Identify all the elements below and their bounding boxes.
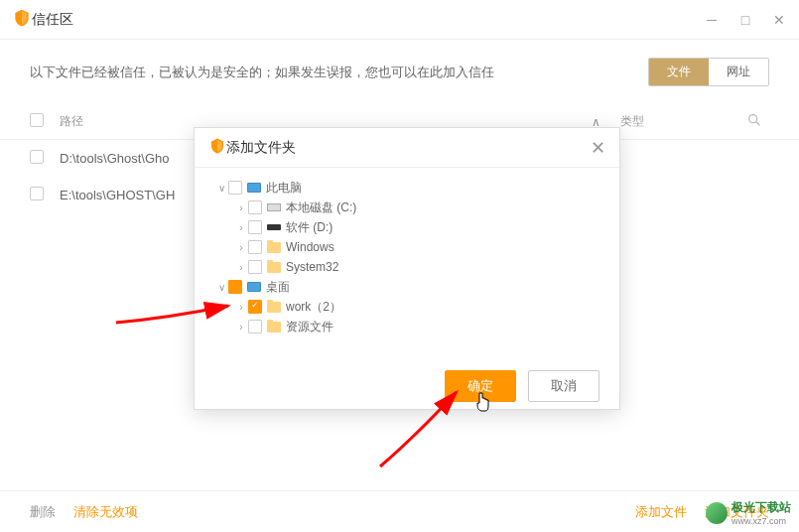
tree-node-system32[interactable]: › System32 <box>214 257 599 277</box>
tree-node-desktop[interactable]: ∨ 桌面 <box>214 277 599 297</box>
tree-label: 软件 (D:) <box>286 219 333 236</box>
tab-file[interactable]: 文件 <box>649 59 709 85</box>
expand-icon[interactable]: › <box>234 222 248 233</box>
tree-checkbox[interactable] <box>248 240 262 254</box>
select-all-checkbox[interactable] <box>30 113 60 130</box>
footer-left: 删除 清除无效项 <box>30 503 138 521</box>
expand-icon[interactable]: ∨ <box>214 282 228 293</box>
delete-button[interactable]: 删除 <box>30 503 56 521</box>
tree-checkbox[interactable] <box>248 260 262 274</box>
window-controls: ─ □ ✕ <box>704 12 787 28</box>
watermark-text: 极光下载站 www.xz7.com <box>732 499 791 526</box>
tree-checkbox[interactable] <box>248 220 262 234</box>
tree-node-resource[interactable]: › 资源文件 <box>214 317 599 336</box>
close-button[interactable]: ✕ <box>771 12 787 28</box>
svg-line-1 <box>756 122 759 125</box>
column-type[interactable]: 类型 <box>620 113 739 130</box>
tree-node-disk-d[interactable]: › 软件 (D:) <box>214 217 599 237</box>
tree-label: 本地磁盘 (C:) <box>286 200 356 216</box>
tree-checkbox[interactable] <box>248 320 262 333</box>
tree-checkbox[interactable] <box>248 300 262 314</box>
add-folder-dialog: 添加文件夹 ✕ ∨ 此电脑 › 本地磁盘 (C:) › 软件 (D:) <box>194 127 620 410</box>
disk-icon <box>266 220 282 234</box>
description-row: 以下文件已经被信任，已被认为是安全的；如果发生误报，您也可以在此加入信任 文件 … <box>0 40 799 104</box>
expand-icon[interactable]: › <box>234 302 248 313</box>
folder-icon <box>266 300 282 314</box>
maximize-button[interactable]: □ <box>737 12 753 28</box>
tree-checkbox[interactable] <box>228 181 242 195</box>
add-file-button[interactable]: 添加文件 <box>635 503 687 521</box>
dialog-body: ∨ 此电脑 › 本地磁盘 (C:) › 软件 (D:) › <box>195 168 619 361</box>
disk-icon <box>266 200 282 214</box>
tree-node-disk-c[interactable]: › 本地磁盘 (C:) <box>214 198 599 217</box>
tree-label: 资源文件 <box>286 319 333 335</box>
app-logo-icon <box>12 8 32 32</box>
tree-label: Windows <box>286 240 334 254</box>
dialog-close-button[interactable]: ✕ <box>591 137 605 159</box>
dialog-footer: 确定 取消 <box>195 361 619 411</box>
watermark: 极光下载站 www.xz7.com <box>706 499 791 526</box>
tree-label: 此电脑 <box>266 180 302 197</box>
folder-icon <box>266 260 282 274</box>
row-checkbox[interactable] <box>30 150 60 167</box>
watermark-url: www.xz7.com <box>732 516 791 526</box>
watermark-icon <box>706 502 728 524</box>
tree-node-work[interactable]: › work（2） <box>214 297 599 317</box>
expand-icon[interactable]: › <box>234 322 248 332</box>
tree-node-pc[interactable]: ∨ 此电脑 <box>214 178 599 198</box>
expand-icon[interactable]: › <box>234 262 248 273</box>
filter-tabs: 文件 网址 <box>648 58 769 86</box>
svg-point-0 <box>749 115 757 123</box>
tree-node-windows[interactable]: › Windows <box>214 237 599 257</box>
tree-checkbox[interactable] <box>248 200 262 214</box>
pc-icon <box>246 280 262 294</box>
expand-icon[interactable]: ∨ <box>214 183 228 194</box>
cancel-button[interactable]: 取消 <box>528 370 599 402</box>
window-title: 信任区 <box>32 11 73 29</box>
dialog-header: 添加文件夹 ✕ <box>195 128 619 168</box>
folder-tree: ∨ 此电脑 › 本地磁盘 (C:) › 软件 (D:) › <box>214 178 599 336</box>
tree-checkbox[interactable] <box>228 280 242 294</box>
titlebar: 信任区 ─ □ ✕ <box>0 0 799 40</box>
pc-icon <box>246 181 262 195</box>
tree-label: 桌面 <box>266 279 290 296</box>
footer: 删除 清除无效项 添加文件 添加文件夹 <box>0 490 799 532</box>
minimize-button[interactable]: ─ <box>704 12 720 28</box>
description-text: 以下文件已经被信任，已被认为是安全的；如果发生误报，您也可以在此加入信任 <box>30 64 494 81</box>
expand-icon[interactable]: › <box>234 202 248 213</box>
clear-invalid-button[interactable]: 清除无效项 <box>73 503 138 521</box>
tab-url[interactable]: 网址 <box>709 59 768 85</box>
dialog-logo-icon <box>208 137 226 159</box>
ok-button[interactable]: 确定 <box>445 370 516 402</box>
tree-label: work（2） <box>286 299 341 316</box>
watermark-name: 极光下载站 <box>732 499 791 516</box>
row-checkbox[interactable] <box>30 187 60 203</box>
expand-icon[interactable]: › <box>234 242 248 253</box>
folder-icon <box>266 240 282 254</box>
dialog-title: 添加文件夹 <box>226 139 296 157</box>
tree-label: System32 <box>286 260 338 274</box>
search-icon[interactable] <box>739 112 769 131</box>
folder-icon <box>266 320 282 333</box>
